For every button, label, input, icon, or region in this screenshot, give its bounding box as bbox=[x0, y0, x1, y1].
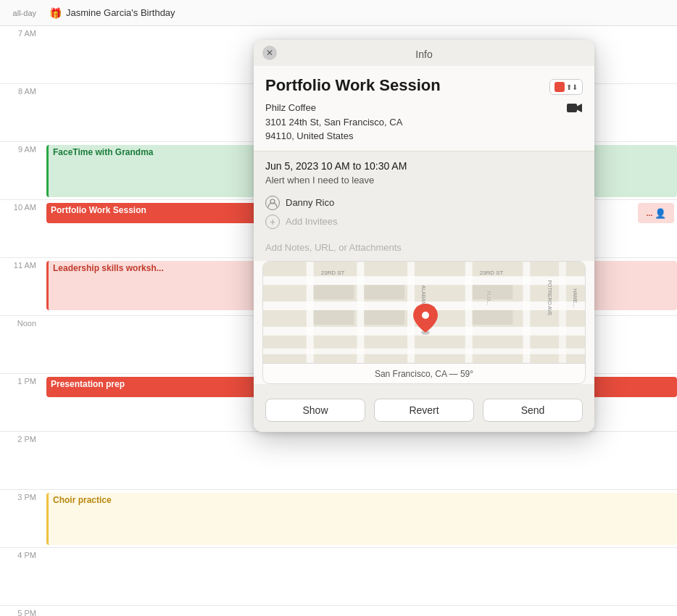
location-address-line1: 3101 24th St, San Francisco, CA bbox=[265, 115, 402, 130]
time-content-4pm bbox=[43, 548, 677, 605]
time-label-11am: 11 AM bbox=[0, 258, 43, 315]
svg-rect-19 bbox=[314, 285, 354, 299]
organizer-row: Danny Rico bbox=[265, 196, 583, 210]
add-invitees-icon: + bbox=[265, 215, 280, 229]
svg-text:23RD ST: 23RD ST bbox=[480, 270, 504, 276]
time-row-5pm: 5 PM bbox=[0, 606, 677, 616]
svg-rect-0 bbox=[567, 104, 577, 112]
map-canvas: 23RD ST 23RD ST ALABAMA S POTRERO AVE HA… bbox=[263, 262, 585, 363]
info-popup: ✕ Info Portfolio Work Session ⬆⬇ Philz C… bbox=[254, 40, 594, 432]
event-title: Portfolio Work Session bbox=[265, 76, 441, 95]
svg-rect-7 bbox=[307, 262, 314, 362]
notes-placeholder: Add Notes, URL, or Attachments bbox=[265, 242, 402, 253]
send-button[interactable]: Send bbox=[483, 399, 583, 422]
time-label-7am: 7 AM bbox=[0, 26, 43, 83]
svg-rect-24 bbox=[473, 310, 513, 325]
time-content-2pm bbox=[43, 432, 677, 489]
svg-text:HAME...: HAME... bbox=[573, 288, 578, 307]
all-day-row: all-day 🎁 Jasmine Garcia's Birthday bbox=[0, 0, 677, 26]
time-label-1pm: 1 PM bbox=[0, 374, 43, 431]
popup-header: ✕ Info bbox=[254, 40, 594, 66]
all-day-label: all-day bbox=[0, 9, 43, 17]
organizer-name: Danny Rico bbox=[286, 197, 334, 208]
time-content-5pm bbox=[43, 606, 677, 616]
map-location-text: San Francisco, CA — 59° bbox=[375, 369, 473, 379]
time-label-9am: 9 AM bbox=[0, 142, 43, 199]
datetime-text: Jun 5, 2023 10 AM to 10:30 AM bbox=[265, 160, 583, 172]
time-label-8am: 8 AM bbox=[0, 84, 43, 141]
choir-event[interactable]: Choir practice bbox=[46, 493, 677, 545]
alert-text: Alert when I need to leave bbox=[265, 175, 583, 186]
chevron-updown-icon: ⬆⬇ bbox=[566, 83, 578, 91]
svg-rect-12 bbox=[559, 262, 566, 362]
event-title-section: Portfolio Work Session ⬆⬇ bbox=[254, 66, 594, 98]
popup-body: Portfolio Work Session ⬆⬇ Philz Coffee 3… bbox=[254, 66, 594, 384]
svg-rect-8 bbox=[357, 262, 364, 362]
time-label-5pm: 5 PM bbox=[0, 606, 43, 616]
time-content-3pm: Choir practice bbox=[43, 490, 677, 547]
birthday-event-label: Jasmine Garcia's Birthday bbox=[66, 7, 175, 18]
time-label-noon: Noon bbox=[0, 316, 43, 373]
popup-footer: Show Revert Send bbox=[254, 391, 594, 432]
svg-rect-10 bbox=[465, 262, 473, 362]
time-label-4pm: 4 PM bbox=[0, 548, 43, 605]
svg-point-26 bbox=[422, 312, 429, 319]
add-invitees-row[interactable]: + Add Invitees bbox=[265, 215, 583, 229]
calendar-color-dot bbox=[555, 82, 565, 92]
time-row-4pm: 4 PM bbox=[0, 548, 677, 606]
show-button[interactable]: Show bbox=[265, 399, 365, 422]
people-section: Danny Rico + Add Invitees bbox=[254, 188, 594, 236]
location-row: Philz Coffee 3101 24th St, San Francisco… bbox=[254, 98, 594, 151]
time-label-10am: 10 AM bbox=[0, 200, 43, 257]
location-address-line2: 94110, United States bbox=[265, 129, 402, 143]
time-label-2pm: 2 PM bbox=[0, 432, 43, 489]
portfolio-event-right-stub[interactable]: ...👤 bbox=[638, 203, 674, 223]
svg-rect-23 bbox=[473, 285, 513, 299]
svg-rect-11 bbox=[523, 262, 530, 362]
svg-rect-22 bbox=[364, 310, 404, 325]
map-section[interactable]: 23RD ST 23RD ST ALABAMA S POTRERO AVE HA… bbox=[262, 261, 586, 384]
video-icon[interactable] bbox=[567, 102, 583, 117]
calendar-color-selector[interactable]: ⬆⬇ bbox=[549, 79, 583, 95]
svg-rect-20 bbox=[364, 285, 404, 299]
add-invitees-label: Add Invitees bbox=[286, 216, 338, 227]
popup-header-title: Info bbox=[415, 49, 432, 60]
map-location-bar: San Francisco, CA — 59° bbox=[263, 363, 585, 384]
person-icon bbox=[265, 196, 280, 210]
svg-rect-21 bbox=[314, 310, 354, 325]
birthday-event[interactable]: 🎁 Jasmine Garcia's Birthday bbox=[43, 7, 175, 19]
svg-text:POTRERO AVE: POTRERO AVE bbox=[547, 280, 552, 316]
gift-icon: 🎁 bbox=[49, 7, 62, 19]
time-row-2pm: 2 PM bbox=[0, 432, 677, 490]
time-row-3pm: 3 PM Choir practice bbox=[0, 490, 677, 548]
svg-text:23RD ST: 23RD ST bbox=[321, 270, 345, 276]
location-name: Philz Coffee bbox=[265, 101, 402, 115]
notes-section[interactable]: Add Notes, URL, or Attachments bbox=[254, 236, 594, 261]
datetime-section: Jun 5, 2023 10 AM to 10:30 AM Alert when… bbox=[254, 151, 594, 188]
close-button[interactable]: ✕ bbox=[262, 46, 277, 60]
time-label-3pm: 3 PM bbox=[0, 490, 43, 547]
revert-button[interactable]: Revert bbox=[374, 399, 474, 422]
